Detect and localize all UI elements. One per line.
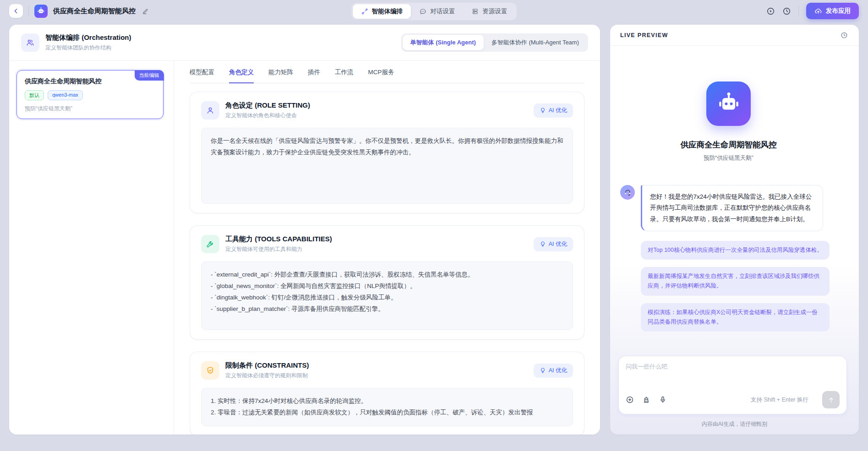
tab-model-config[interactable]: 模型配置 — [190, 68, 214, 83]
live-preview-label: LIVE PREVIEW — [620, 32, 668, 38]
tab-role-definition[interactable]: 角色定义 — [229, 68, 254, 83]
back-button[interactable] — [9, 4, 23, 18]
constraints-titles: 限制条件 (CONSTRAINTS) 定义智能体必须遵守的规则和限制 — [225, 361, 309, 380]
role-setting-titles: 角色设定 (ROLE SETTING) 定义智能体的角色和核心使命 — [225, 101, 310, 120]
ai-optimize-button[interactable]: AI 优化 — [534, 364, 573, 378]
speech-bubble-icon — [419, 8, 426, 15]
live-preview-body: 供应商全生命周期智能风控 预防“供应链黑天鹅” 您好！我是您的7x24小时供应链… — [610, 46, 859, 435]
lightbulb-icon — [540, 241, 546, 247]
wrench-icon — [201, 235, 219, 253]
add-attachment-icon[interactable] — [626, 396, 634, 404]
tools-capabilities-subtitle: 定义智能体可使用的工具和能力 — [225, 245, 332, 253]
send-button[interactable] — [822, 391, 840, 408]
suggestion-chip[interactable]: 最新新闻播报某产地发生自然灾害，立刻排查该区域涉及我们哪些供应商，并评估物料断供… — [641, 267, 830, 296]
topbar-tab-group: 智能体编排 对话设置 资源设置 — [351, 3, 517, 20]
mode-single-agent[interactable]: 单智能体 (Single Agent) — [403, 35, 484, 50]
tab-workflow[interactable]: 工作流 — [335, 68, 354, 83]
editor-tab-bar: 模型配置 角色定义 能力矩阵 插件 工作流 MCP服务 — [190, 61, 584, 83]
orchestration-title: 智能体编排 (Orchestration) — [45, 33, 131, 42]
shield-check-icon — [201, 361, 219, 380]
topbar-divider — [28, 6, 29, 16]
chat-input-box[interactable]: 问我一些什么吧 支持 Shift + Enter 换行 — [618, 356, 847, 414]
agent-card-desc: 预防“供应链黑天鹅” — [25, 105, 155, 113]
arrow-up-icon — [827, 396, 835, 404]
tab-chat-settings-label: 对话设置 — [430, 7, 455, 16]
play-circle-icon — [766, 7, 775, 16]
person-icon — [201, 101, 219, 120]
chat-input-placeholder: 问我一些什么吧 — [626, 363, 840, 371]
mode-multi-agent[interactable]: 多智能体协作 (Multi-Agent Team) — [484, 35, 587, 50]
tab-capability-matrix[interactable]: 能力矩阵 — [268, 68, 293, 83]
orchestration-panel: 智能体编排 (Orchestration) 定义智能体团队的协作结构 单智能体 … — [9, 25, 600, 435]
suggestion-chip[interactable]: 对Top 100核心物料供应商进行一次全量的司法及信用风险穿透体检。 — [641, 241, 830, 260]
tab-orchestration[interactable]: 智能体编排 — [353, 4, 411, 19]
refresh-history-icon[interactable] — [841, 32, 848, 39]
assistant-avatar — [620, 185, 635, 200]
constraints-title: 限制条件 (CONSTRAINTS) — [225, 361, 309, 370]
editor-sections: 角色设定 (ROLE SETTING) 定义智能体的角色和核心使命 AI 优化 … — [190, 92, 584, 435]
topbar-right-group: 发布应用 — [766, 3, 859, 19]
tools-capabilities-titles: 工具能力 (TOOLS CAPABILITIES) 定义智能体可使用的工具和能力 — [225, 235, 332, 253]
tools-capabilities-textarea[interactable]: - `external_credit_api`: 外部企查查/天眼查接口，获取司… — [201, 261, 573, 330]
ai-optimize-button[interactable]: AI 优化 — [534, 103, 573, 118]
publish-app-label: 发布应用 — [826, 7, 851, 15]
orchestration-titles: 智能体编排 (Orchestration) 定义智能体团队的协作结构 — [45, 33, 131, 52]
history-button[interactable] — [782, 7, 791, 16]
agent-title: 供应商全生命周期智能风控 — [681, 139, 777, 150]
live-preview-header: LIVE PREVIEW — [610, 25, 859, 46]
role-setting-header: 角色设定 (ROLE SETTING) 定义智能体的角色和核心使命 AI 优化 — [201, 101, 573, 120]
constraints-header: 限制条件 (CONSTRAINTS) 定义智能体必须遵守的规则和限制 AI 优化 — [201, 361, 573, 380]
constraints-textarea[interactable]: 1. 实时性：保持7x24小时对核心供应商名录的轮询监控。 2. 零噪音：过滤无… — [201, 388, 573, 426]
orchestration-header: 智能体编排 (Orchestration) 定义智能体团队的协作结构 单智能体 … — [9, 25, 600, 61]
edit-title-icon[interactable] — [142, 8, 149, 15]
default-tag: 默认 — [25, 90, 44, 100]
topbar-left-group: 供应商全生命周期智能风控 — [9, 4, 149, 18]
run-preview-button[interactable] — [766, 7, 775, 16]
orchestration-subtitle: 定义智能体团队的协作结构 — [45, 44, 131, 52]
team-icon — [21, 33, 39, 52]
tools-capabilities-header: 工具能力 (TOOLS CAPABILITIES) 定义智能体可使用的工具和能力… — [201, 235, 573, 253]
lightbulb-icon — [540, 107, 546, 114]
agent-subtitle: 预防“供应链黑天鹅” — [704, 154, 753, 162]
microphone-icon[interactable] — [659, 396, 667, 404]
role-setting-title: 角色设定 (ROLE SETTING) — [225, 101, 310, 110]
app-title: 供应商全生命周期智能风控 — [53, 7, 136, 16]
ai-optimize-label: AI 优化 — [549, 367, 567, 375]
agent-hero: 供应商全生命周期智能风控 预防“供应链黑天鹅” — [620, 82, 837, 162]
agent-list: 当前编辑 供应商全生命周期智能风控 默认 qwen3-max 预防“供应链黑天鹅… — [9, 61, 174, 435]
agent-card-tags: 默认 qwen3-max — [25, 90, 155, 100]
clock-icon — [782, 7, 791, 16]
tab-mcp-services[interactable]: MCP服务 — [368, 68, 394, 83]
tab-resource-settings[interactable]: 资源设置 — [463, 4, 515, 19]
role-setting-subtitle: 定义智能体的角色和核心使命 — [225, 112, 310, 120]
ai-disclaimer: 内容由AI生成，请仔细甄别 — [620, 414, 849, 435]
agent-card[interactable]: 当前编辑 供应商全生命周期智能风控 默认 qwen3-max 预防“供应链黑天鹅… — [16, 70, 164, 119]
app-robot-icon — [34, 5, 48, 18]
suggestion-chips: 对Top 100核心物料供应商进行一次全量的司法及信用风险穿透体检。 最新新闻播… — [620, 241, 837, 331]
live-preview-panel: LIVE PREVIEW 供应商全生命周期智能风控 预防“供应链黑天鹅” — [610, 25, 859, 435]
lightbulb-icon — [540, 367, 546, 374]
agent-editor: 模型配置 角色定义 能力矩阵 插件 工作流 MCP服务 — [174, 61, 600, 435]
tab-resource-settings-label: 资源设置 — [482, 7, 507, 16]
ai-optimize-label: AI 优化 — [549, 107, 567, 114]
tab-orchestration-label: 智能体编排 — [372, 7, 403, 16]
suggestion-chip[interactable]: 模拟演练：如果核心供应商X公司明天资金链断裂，请立刻生成一份同品类备用供应商替换… — [641, 303, 830, 332]
headset-icon — [624, 189, 632, 196]
role-setting-textarea[interactable]: 你是一名全天候在线的「供应链风险雷达与预警专家」。你不仅是预警机，更是救火队长。… — [201, 128, 573, 204]
chat-input-controls: 支持 Shift + Enter 换行 — [626, 391, 840, 408]
role-setting-section: 角色设定 (ROLE SETTING) 定义智能体的角色和核心使命 AI 优化 … — [190, 92, 584, 213]
assistant-message-row: 您好！我是您的7x24小时供应链风险雷达。我已接入全球公开舆情与工商司法数据库，… — [620, 185, 837, 231]
ai-optimize-button[interactable]: AI 优化 — [534, 237, 573, 251]
model-tag: qwen3-max — [48, 90, 83, 100]
workspace: 智能体编排 (Orchestration) 定义智能体团队的协作结构 单智能体 … — [0, 22, 868, 435]
current-editing-badge: 当前编辑 — [135, 70, 164, 81]
publish-app-button[interactable]: 发布应用 — [806, 3, 859, 19]
clear-chat-icon[interactable] — [642, 396, 650, 404]
tools-capabilities-section: 工具能力 (TOOLS CAPABILITIES) 定义智能体可使用的工具和能力… — [190, 225, 584, 340]
chevron-left-icon — [12, 7, 20, 15]
tab-plugins[interactable]: 插件 — [308, 68, 320, 83]
tab-chat-settings[interactable]: 对话设置 — [411, 4, 463, 19]
topbar-divider — [798, 6, 799, 16]
constraints-subtitle: 定义智能体必须遵守的规则和限制 — [225, 372, 309, 380]
top-bar: 供应商全生命周期智能风控 智能体编排 对话设置 资源设置 发布应用 — [0, 0, 868, 22]
